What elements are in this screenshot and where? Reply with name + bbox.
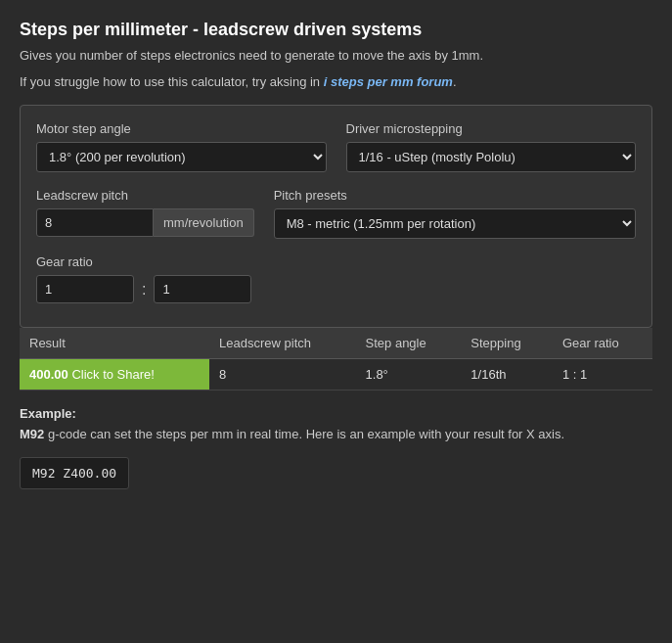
forum-text-before: If you struggle how to use this calculat… (20, 74, 324, 89)
result-value-cell[interactable]: 400.00 Click to Share! (20, 359, 209, 390)
leadscrew-pitch-group: Leadscrew pitch mm/revolution (36, 188, 254, 239)
example-section: Example: M92 g-code can set the steps pe… (20, 406, 652, 489)
page-description: Gives you number of steps electronics ne… (20, 48, 652, 63)
results-table-body: 400.00 Click to Share! 8 1.8° 1/16th 1 :… (20, 359, 652, 390)
result-gear-ratio: 1 : 1 (553, 359, 652, 390)
forum-text-after: . (453, 74, 457, 89)
leadscrew-pitch-input-inline: mm/revolution (36, 208, 254, 237)
motor-step-angle-select[interactable]: 1.8° (200 per revolution) 0.9° (400 per … (36, 142, 327, 172)
pitch-presets-label: Pitch presets (274, 188, 636, 203)
motor-step-angle-label: Motor step angle (36, 121, 327, 136)
motor-step-angle-group: Motor step angle 1.8° (200 per revolutio… (36, 121, 327, 172)
result-value: 400.00 (29, 367, 68, 382)
example-heading: Example: (20, 406, 76, 421)
calculator-box: Motor step angle 1.8° (200 per revolutio… (20, 105, 652, 328)
col-stepping-header: Stepping (461, 328, 553, 359)
gear-ratio-label: Gear ratio (36, 254, 636, 269)
middle-form-row: Leadscrew pitch mm/revolution Pitch pres… (36, 188, 636, 239)
col-leadscrew-header: Leadscrew pitch (209, 328, 355, 359)
leadscrew-pitch-label: Leadscrew pitch (36, 188, 254, 203)
gcode-example-block: M92 Z400.00 (20, 457, 129, 489)
click-to-share-label: Click to Share! (71, 367, 155, 382)
forum-link[interactable]: i steps per mm forum (324, 74, 453, 89)
result-stepping: 1/16th (461, 359, 553, 390)
driver-microstepping-group: Driver microstepping 1/1 - Full step 1/2… (346, 121, 637, 172)
pitch-presets-group: Pitch presets M8 - metric (1.25mm per ro… (274, 188, 636, 239)
top-form-row: Motor step angle 1.8° (200 per revolutio… (36, 121, 636, 172)
driver-microstepping-select[interactable]: 1/1 - Full step 1/2 - Half step 1/4 - uS… (346, 142, 637, 172)
gcode-example-text: M92 Z400.00 (32, 466, 116, 481)
col-gear-ratio-header: Gear ratio (553, 328, 652, 359)
gear-ratio-colon: : (142, 281, 146, 299)
col-step-angle-header: Step angle (356, 328, 462, 359)
results-table: Result Leadscrew pitch Step angle Steppi… (20, 328, 652, 390)
forum-link-paragraph: If you struggle how to use this calculat… (20, 74, 652, 89)
example-description: M92 g-code can set the steps per mm in r… (20, 427, 652, 441)
col-result-header: Result (20, 328, 209, 359)
example-code-cmd: M92 (20, 427, 44, 441)
leadscrew-pitch-unit: mm/revolution (154, 208, 254, 237)
result-row: 400.00 Click to Share! 8 1.8° 1/16th 1 :… (20, 359, 652, 390)
page-title: Steps per millimeter - leadscrew driven … (20, 20, 652, 40)
gear-ratio-input-1[interactable] (36, 275, 134, 303)
gear-ratio-input-2[interactable] (154, 275, 251, 303)
gear-ratio-section: Gear ratio : (36, 254, 636, 303)
example-text: g-code can set the steps per mm in real … (44, 427, 564, 441)
example-heading-para: Example: (20, 406, 652, 421)
leadscrew-pitch-input[interactable] (36, 208, 154, 237)
results-header-row: Result Leadscrew pitch Step angle Steppi… (20, 328, 652, 359)
driver-microstepping-label: Driver microstepping (346, 121, 637, 136)
result-leadscrew-pitch: 8 (209, 359, 355, 390)
results-table-header: Result Leadscrew pitch Step angle Steppi… (20, 328, 652, 359)
pitch-presets-select[interactable]: M8 - metric (1.25mm per rotation) M3 - m… (274, 208, 636, 239)
result-step-angle: 1.8° (356, 359, 462, 390)
gear-ratio-inputs: : (36, 275, 636, 303)
